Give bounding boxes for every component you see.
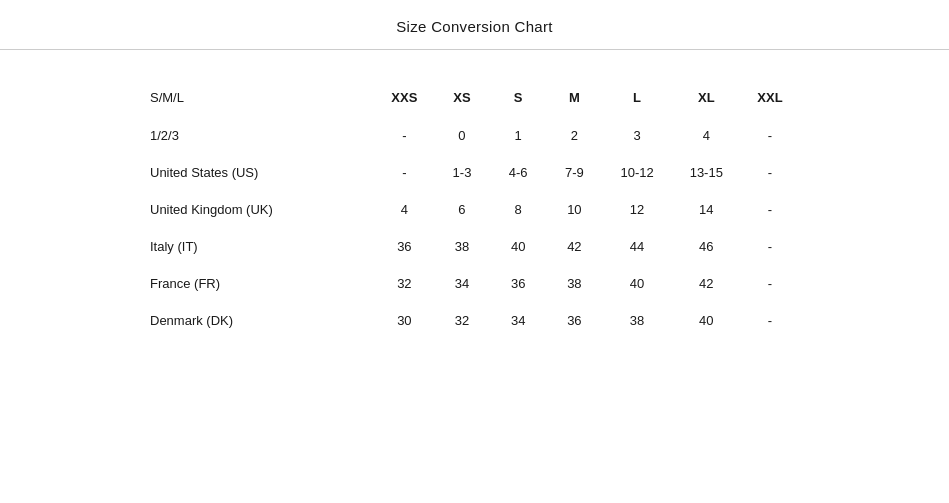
row-2-col-6: - [741,191,799,228]
row-3-col-5: 46 [672,228,741,265]
header-l: L [602,80,671,117]
header-label: S/M/L [150,80,375,117]
row-4-col-6: - [741,265,799,302]
row-4-col-0: 32 [375,265,434,302]
table-row: United States (US)-1-34-67-910-1213-15- [150,154,799,191]
header-xs: XS [434,80,490,117]
table-header-row: S/M/L XXS XS S M L XL XXL [150,80,799,117]
row-0-col-3: 2 [546,117,602,154]
row-4-col-3: 38 [546,265,602,302]
table-row: Italy (IT)363840424446- [150,228,799,265]
row-2-col-2: 8 [490,191,546,228]
row-0-col-4: 3 [602,117,671,154]
row-0-col-2: 1 [490,117,546,154]
row-4-col-5: 42 [672,265,741,302]
row-label-2: United Kingdom (UK) [150,191,375,228]
row-0-col-0: - [375,117,434,154]
row-3-col-4: 44 [602,228,671,265]
row-0-col-1: 0 [434,117,490,154]
row-3-col-0: 36 [375,228,434,265]
row-1-col-2: 4-6 [490,154,546,191]
table-row: France (FR)323436384042- [150,265,799,302]
row-3-col-6: - [741,228,799,265]
header-xl: XL [672,80,741,117]
row-1-col-5: 13-15 [672,154,741,191]
row-5-col-3: 36 [546,302,602,339]
row-4-col-1: 34 [434,265,490,302]
table-row: Denmark (DK)303234363840- [150,302,799,339]
row-2-col-3: 10 [546,191,602,228]
table-row: United Kingdom (UK)468101214- [150,191,799,228]
page-title: Size Conversion Chart [0,18,949,35]
row-2-col-0: 4 [375,191,434,228]
row-5-col-2: 34 [490,302,546,339]
row-5-col-1: 32 [434,302,490,339]
row-3-col-1: 38 [434,228,490,265]
row-5-col-4: 38 [602,302,671,339]
row-label-5: Denmark (DK) [150,302,375,339]
header-xxs: XXS [375,80,434,117]
row-0-col-6: - [741,117,799,154]
page-container: Size Conversion Chart S/M/L XXS XS S M L… [0,0,949,503]
title-section: Size Conversion Chart [0,0,949,50]
row-4-col-4: 40 [602,265,671,302]
row-label-0: 1/2/3 [150,117,375,154]
table-row: 1/2/3-01234- [150,117,799,154]
row-1-col-6: - [741,154,799,191]
row-1-col-4: 10-12 [602,154,671,191]
header-xxl: XXL [741,80,799,117]
header-m: M [546,80,602,117]
row-3-col-3: 42 [546,228,602,265]
row-1-col-3: 7-9 [546,154,602,191]
row-5-col-0: 30 [375,302,434,339]
row-1-col-0: - [375,154,434,191]
row-3-col-2: 40 [490,228,546,265]
row-5-col-5: 40 [672,302,741,339]
row-label-1: United States (US) [150,154,375,191]
row-4-col-2: 36 [490,265,546,302]
header-s: S [490,80,546,117]
size-conversion-table: S/M/L XXS XS S M L XL XXL 1/2/3-01234-Un… [150,80,799,339]
row-5-col-6: - [741,302,799,339]
row-2-col-1: 6 [434,191,490,228]
row-0-col-5: 4 [672,117,741,154]
row-2-col-4: 12 [602,191,671,228]
row-2-col-5: 14 [672,191,741,228]
table-container: S/M/L XXS XS S M L XL XXL 1/2/3-01234-Un… [0,60,949,359]
row-label-4: France (FR) [150,265,375,302]
row-label-3: Italy (IT) [150,228,375,265]
row-1-col-1: 1-3 [434,154,490,191]
